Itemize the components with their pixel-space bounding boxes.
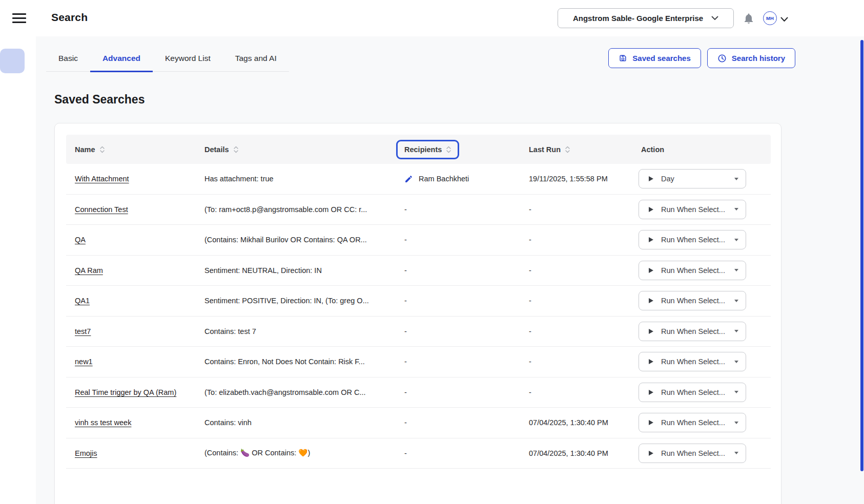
action-cell: Run When Select... [639, 352, 771, 371]
search-details: Sentiment: NEUTRAL, Direction: IN [204, 266, 404, 275]
recipients-cell: - [404, 327, 529, 335]
sidebar-active-item[interactable] [0, 49, 25, 73]
saved-search-name-link[interactable]: vinh ss test week [75, 418, 131, 427]
recipients-cell: - [404, 388, 529, 396]
caret-down-icon [734, 269, 738, 271]
column-label: Details [204, 145, 229, 154]
saved-search-name-link[interactable]: Connection Test [75, 205, 128, 214]
run-schedule-dropdown[interactable]: Run When Select... [639, 413, 746, 432]
last-run: - [529, 205, 639, 214]
recipients-cell: - [404, 266, 529, 275]
caret-down-icon [734, 208, 738, 211]
search-details: (To: ram+oct8.p@angstromsable.com OR CC:… [204, 205, 404, 214]
column-header-recipients[interactable]: Recipients [404, 140, 529, 159]
table-row: QA1 Sentiment: POSITIVE, Direction: IN, … [66, 286, 771, 317]
search-history-button[interactable]: Search history [707, 48, 795, 68]
action-label: Run When Select... [661, 236, 727, 244]
run-schedule-dropdown[interactable]: Run When Select... [639, 352, 746, 371]
saved-search-name-link[interactable]: QA [75, 236, 86, 244]
recipient-text: - [404, 418, 407, 427]
tab-advanced[interactable]: Advanced [90, 46, 153, 72]
caret-down-icon [734, 239, 738, 241]
column-header-name[interactable]: Name [66, 145, 204, 154]
saved-search-name-link[interactable]: QA1 [75, 297, 90, 305]
sort-icon[interactable] [100, 146, 105, 153]
recipient-text: - [404, 449, 407, 457]
action-label: Run When Select... [661, 327, 727, 335]
name-cell: new1 [66, 358, 204, 366]
caret-down-icon [734, 330, 738, 332]
recipients-cell: - [404, 418, 529, 427]
edit-recipient-icon[interactable] [404, 175, 413, 183]
column-label: Last Run [529, 145, 561, 154]
run-schedule-dropdown[interactable]: Run When Select... [639, 444, 746, 463]
sort-icon[interactable] [446, 146, 451, 153]
run-schedule-dropdown[interactable]: Run When Select... [639, 261, 746, 280]
scrollbar-thumb[interactable] [860, 40, 863, 471]
action-cell: Run When Select... [639, 261, 771, 280]
user-menu-chevron-icon[interactable] [780, 15, 788, 24]
run-schedule-dropdown[interactable]: Run When Select... [639, 291, 746, 310]
table-row: With Attachment Has attachment: true Ram… [66, 164, 771, 195]
save-icon [619, 54, 627, 62]
recipient-text: - [404, 327, 407, 335]
caret-down-icon [734, 361, 738, 363]
recipients-cell: - [404, 236, 529, 244]
run-schedule-dropdown[interactable]: Run When Select... [639, 200, 746, 219]
last-run: - [529, 327, 639, 335]
caret-down-icon [734, 452, 738, 454]
action-label: Run When Select... [661, 205, 727, 214]
last-run: 07/04/2025, 1:30:40 PM [529, 449, 639, 457]
sort-icon[interactable] [234, 146, 238, 153]
column-header-last-run[interactable]: Last Run [529, 145, 639, 154]
name-cell: Emojis [66, 449, 204, 457]
run-schedule-dropdown[interactable]: Run When Select... [639, 383, 746, 402]
tab-basic[interactable]: Basic [46, 46, 90, 72]
run-play-icon [649, 359, 653, 364]
organization-selector[interactable]: Angstrom Sable- Google Enterprise [558, 8, 734, 28]
saved-search-name-link[interactable]: QA Ram [75, 266, 103, 275]
last-run: 07/04/2025, 1:30:40 PM [529, 418, 639, 427]
saved-search-name-link[interactable]: With Attachment [75, 175, 129, 183]
run-play-icon [649, 298, 653, 303]
action-cell: Day [639, 169, 771, 188]
user-avatar[interactable]: MH [763, 11, 777, 25]
action-cell: Run When Select... [639, 413, 771, 432]
run-play-icon [649, 420, 653, 425]
hamburger-menu-icon[interactable] [12, 13, 26, 23]
clock-icon [717, 54, 727, 63]
saved-search-name-link[interactable]: new1 [75, 358, 93, 366]
action-label: Day [661, 175, 727, 183]
saved-searches-button[interactable]: Saved searches [608, 48, 701, 68]
sort-icon[interactable] [565, 146, 570, 153]
run-play-icon [649, 237, 653, 242]
column-header-details[interactable]: Details [204, 145, 404, 154]
recipient-text: - [404, 358, 407, 366]
last-run: - [529, 297, 639, 305]
recipient-text: - [404, 205, 407, 214]
run-schedule-dropdown[interactable]: Run When Select... [639, 322, 746, 341]
last-run: - [529, 388, 639, 396]
notifications-bell-icon[interactable] [743, 12, 755, 25]
table-row: QA Ram Sentiment: NEUTRAL, Direction: IN… [66, 256, 771, 286]
caret-down-icon [734, 391, 738, 393]
last-run: - [529, 266, 639, 275]
table-row: test7 Contains: test 7 - - Run When Sele… [66, 317, 771, 347]
tab-tags-and-ai[interactable]: Tags and AI [223, 46, 289, 72]
action-label: Run When Select... [661, 297, 727, 305]
run-schedule-dropdown[interactable]: Day [639, 169, 746, 188]
name-cell: QA [66, 236, 204, 244]
tab-keyword-list[interactable]: Keyword List [153, 46, 223, 72]
action-label: Run When Select... [661, 358, 727, 366]
recipient-text: - [404, 388, 407, 396]
saved-search-name-link[interactable]: test7 [75, 327, 91, 335]
saved-search-name-link[interactable]: Real Time trigger by QA (Ram) [75, 388, 176, 396]
saved-search-name-link[interactable]: Emojis [75, 449, 97, 457]
column-label: Recipients [404, 145, 442, 154]
recipient-text: - [404, 236, 407, 244]
section-heading: Saved Searches [54, 93, 145, 107]
name-cell: Real Time trigger by QA (Ram) [66, 388, 204, 396]
last-run: - [529, 358, 639, 366]
chevron-down-icon [711, 16, 718, 20]
run-schedule-dropdown[interactable]: Run When Select... [639, 230, 746, 249]
